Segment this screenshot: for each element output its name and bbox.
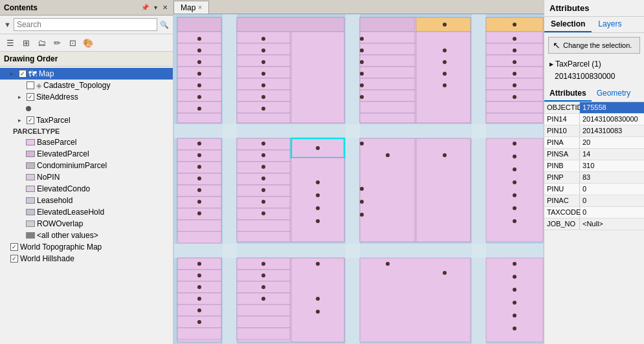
- expand-arrow: ▸: [10, 70, 17, 77]
- grid-icon[interactable]: ⊡: [66, 36, 79, 49]
- svg-point-104: [197, 177, 201, 180]
- svg-rect-74: [360, 90, 415, 102]
- svg-rect-91: [486, 113, 543, 123]
- worldhillshade-checkbox[interactable]: [10, 255, 18, 263]
- tab-selection[interactable]: Selection: [544, 17, 592, 32]
- svg-point-164: [513, 193, 516, 197]
- svg-rect-69: [360, 32, 415, 43]
- subtab-geometry[interactable]: Geometry: [592, 86, 636, 102]
- svg-point-170: [513, 301, 516, 305]
- menu-icon[interactable]: ▾: [153, 4, 159, 11]
- paint-icon[interactable]: 🎨: [82, 36, 94, 49]
- svg-rect-50: [291, 158, 344, 242]
- attr-key: PIN10: [544, 125, 580, 136]
- table-row: PINAC0: [544, 195, 644, 207]
- toolbar-row: ☰ ⊞ 🗂 ✏ ⊡ 🎨: [0, 34, 173, 52]
- layer-taxparcel[interactable]: ▸ TaxParcel: [0, 114, 173, 126]
- svg-point-162: [513, 167, 516, 171]
- svg-point-100: [197, 107, 201, 111]
- attr-key: OBJECTID: [544, 102, 580, 113]
- layer-cadastre-checkbox[interactable]: [27, 81, 34, 89]
- svg-point-96: [197, 60, 201, 64]
- svg-point-107: [197, 211, 201, 215]
- svg-point-172: [513, 327, 516, 330]
- svg-rect-73: [360, 78, 415, 90]
- svg-point-153: [513, 23, 516, 27]
- new-group-icon[interactable]: 🗂: [35, 36, 48, 49]
- map-canvas[interactable]: [173, 14, 544, 344]
- attr-value: 20: [580, 137, 644, 148]
- svg-point-144: [360, 83, 364, 87]
- pin-icon[interactable]: 📌: [140, 4, 150, 11]
- nopin-label: NoPIN: [37, 173, 60, 182]
- svg-point-103: [197, 165, 201, 169]
- worldtopo-checkbox[interactable]: [10, 243, 18, 251]
- svg-point-150: [443, 83, 447, 87]
- layer-taxparcel-checkbox[interactable]: [27, 116, 34, 124]
- layer-cadastre[interactable]: ◈ Cadastre_Topology: [0, 80, 173, 91]
- attr-key: PINSA: [544, 149, 580, 160]
- search-bar: ▼ 🔍: [0, 16, 173, 34]
- base-label: BaseParcel: [37, 138, 76, 147]
- parcel-nopin[interactable]: NoPIN: [0, 171, 173, 183]
- svg-rect-76: [360, 113, 415, 123]
- expand-arrow-sa: ▸: [18, 94, 25, 100]
- parcel-condo[interactable]: CondominiumParcel: [0, 160, 173, 171]
- attr-key: TAXCODE: [544, 207, 580, 218]
- layer-worldhillshade[interactable]: World Hillshade: [0, 253, 173, 264]
- attr-value: 0: [580, 195, 644, 206]
- svg-point-165: [513, 206, 516, 210]
- svg-point-99: [197, 95, 201, 99]
- svg-point-137: [316, 262, 320, 266]
- parcel-allother[interactable]: <all other values>: [0, 230, 173, 241]
- layer-map-checkbox[interactable]: [19, 70, 27, 78]
- svg-rect-44: [291, 32, 344, 123]
- map-tab[interactable]: Map ×: [173, 1, 209, 14]
- svg-point-106: [197, 200, 201, 204]
- layer-siteaddress-checkbox[interactable]: [27, 93, 34, 101]
- svg-point-136: [261, 297, 265, 301]
- svg-point-117: [261, 72, 265, 76]
- parceltype-header: PARCELTYPE: [0, 126, 173, 136]
- svg-point-154: [513, 37, 516, 41]
- parcel-elevated[interactable]: ElevatedParcel: [0, 148, 173, 160]
- subtab-attributes[interactable]: Attributes: [544, 86, 592, 102]
- svg-rect-5: [472, 14, 486, 344]
- svg-point-126: [261, 188, 265, 192]
- search-input[interactable]: [14, 18, 157, 31]
- svg-rect-63: [237, 316, 290, 328]
- change-selection-button[interactable]: ↖ Change the selection.: [548, 37, 640, 54]
- tab-layers[interactable]: Layers: [592, 17, 628, 32]
- edit-icon[interactable]: ✏: [50, 36, 63, 49]
- parcel-base[interactable]: BaseParcel: [0, 136, 173, 148]
- svg-point-145: [360, 95, 364, 99]
- list-icon[interactable]: ☰: [4, 36, 17, 49]
- svg-point-171: [513, 314, 516, 317]
- svg-point-148: [443, 60, 447, 64]
- change-selection-label: Change the selection.: [563, 41, 632, 49]
- map-tab-close-icon[interactable]: ×: [198, 4, 202, 11]
- parcel-leasehold[interactable]: Leasehold: [0, 195, 173, 206]
- layer-siteaddress[interactable]: ▸ SiteAddress: [0, 91, 173, 103]
- svg-point-115: [261, 48, 265, 52]
- table-row: PINA20: [544, 137, 644, 149]
- svg-point-152: [443, 153, 447, 157]
- svg-rect-64: [237, 328, 290, 339]
- parcel-elevatedlease[interactable]: ElevatedLeaseHold: [0, 206, 173, 218]
- table-row: PINB310: [544, 160, 644, 172]
- svg-point-147: [443, 48, 447, 52]
- attr-key: JOB_NO: [544, 219, 580, 230]
- filter-icon[interactable]: ▼: [4, 21, 11, 28]
- attr-value: 0: [580, 184, 644, 195]
- parcel-elevatedcondo[interactable]: ElevatedCondo: [0, 183, 173, 195]
- layer-worldtopo[interactable]: World Topographic Map: [0, 241, 173, 253]
- search-go-icon[interactable]: 🔍: [160, 21, 169, 29]
- parcel-rowoverlap[interactable]: ROWOverlap: [0, 218, 173, 230]
- close-panel-icon[interactable]: ✕: [161, 4, 169, 11]
- drawing-order-header: Drawing Order: [0, 52, 173, 67]
- svg-rect-70: [360, 43, 415, 55]
- layer-map[interactable]: ▸ 🗺 Map: [0, 68, 173, 80]
- svg-point-101: [197, 142, 201, 145]
- svg-point-134: [261, 274, 265, 277]
- table-icon[interactable]: ⊞: [19, 36, 32, 49]
